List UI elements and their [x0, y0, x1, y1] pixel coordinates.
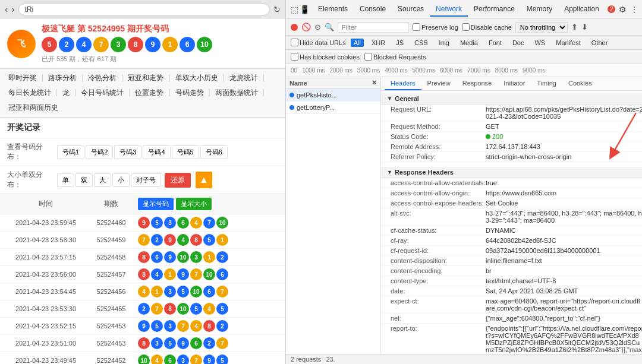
filter-font-btn[interactable]: Font [486, 39, 505, 47]
size-filter-btn[interactable]: 大 [94, 173, 111, 187]
detail-key: content-disposition: [391, 257, 486, 264]
detail-val-status: 200 [486, 133, 642, 140]
row-ball: 9 [138, 320, 150, 332]
nav-item[interactable]: 龙虎统计 [226, 71, 262, 85]
preserve-log-checkbox[interactable] [413, 23, 420, 31]
nav-item[interactable]: 冷热分析 [84, 71, 120, 85]
table-row: 2021-04-23 23:54:45 52524456 41351067 [0, 283, 285, 300]
row-issue: 52524458 [84, 254, 138, 261]
row-time: 2021-04-23 23:53:30 [7, 305, 84, 312]
nav-item[interactable]: 冠亚和两面历史 [5, 101, 62, 115]
nav-item[interactable]: 冠亚和走势 [124, 71, 167, 85]
filter-input[interactable] [338, 22, 409, 33]
general-section-head[interactable]: General [381, 93, 642, 105]
filter-xhr-btn[interactable]: XHR [369, 39, 388, 47]
nav-item[interactable]: 单双大小历史 [172, 71, 222, 85]
browser-back[interactable]: ‹ [5, 4, 8, 15]
detail-key: content-type: [391, 277, 486, 284]
lottery-info: 极速飞艇 第 52524995 期开奖号码 52473891610 已开 535… [42, 24, 278, 64]
has-blocked-cookies-checkbox[interactable] [291, 53, 298, 61]
number-filter-btn[interactable]: 号码5 [172, 145, 199, 159]
nav-item[interactable]: 两面数据统计 [212, 86, 262, 100]
response-header-row: access-control-allow-origin: https://www… [381, 188, 642, 198]
size-filter-btn[interactable]: 双 [75, 173, 93, 187]
disable-cache-checkbox[interactable] [462, 23, 470, 31]
nav-item[interactable]: 位置走势 [131, 86, 167, 100]
search-icon[interactable]: 🔍 [325, 23, 334, 31]
browser-refresh[interactable]: ↻ [273, 5, 281, 14]
row-ball: 1 [164, 268, 176, 280]
nav-item[interactable]: 即时开奖 [5, 71, 40, 85]
devtools-tab-performance[interactable]: Performance [468, 2, 521, 17]
response-header-row: access-control-expose-headers: Set-Cooki… [381, 198, 642, 208]
blocked-requests-checkbox[interactable] [364, 53, 372, 61]
nav-item[interactable]: 路珠分析 [45, 71, 80, 85]
number-filter-btn[interactable]: 号码6 [200, 145, 228, 159]
filter-media-btn[interactable]: Media [457, 39, 481, 47]
export-icon[interactable]: ⬇ [581, 23, 588, 31]
nav-item[interactable]: 今日号码统计 [77, 86, 127, 100]
detail-val: {"max_age":604800,"report_to":"cf-nel"} [486, 315, 642, 322]
request-item[interactable]: getLotteryP... [286, 102, 380, 114]
number-filter-btn[interactable]: 号码2 [86, 145, 113, 159]
row-ball: 6 [190, 337, 202, 349]
filter-icon[interactable]: ⊙ [314, 23, 321, 31]
import-icon[interactable]: ⬆ [571, 23, 578, 31]
devtools-tab-console[interactable]: Console [354, 2, 392, 17]
size-filter-btn[interactable]: 小 [112, 173, 130, 187]
devtools-icon-inspect[interactable]: ⬚ [291, 5, 298, 14]
filter-doc-btn[interactable]: Doc [509, 39, 527, 47]
row-ball: 5 [151, 320, 163, 332]
devtools-more-icon[interactable]: ⋮ [630, 5, 638, 14]
clear-icon[interactable]: 🚫 [301, 23, 311, 31]
general-detail-row: Request Method: GET [381, 122, 642, 132]
close-filter-icon[interactable]: ✕ [372, 79, 377, 87]
devtools-tab-network[interactable]: Network [430, 2, 468, 17]
record-button[interactable] [291, 24, 298, 31]
details-tab-response[interactable]: Response [457, 77, 498, 90]
throttle-select[interactable]: No throttling [515, 22, 568, 33]
scroll-up-button[interactable]: ▲ [196, 172, 212, 188]
filter-css-btn[interactable]: CSS [411, 39, 431, 47]
return-button[interactable]: 还原 [165, 173, 191, 188]
size-filter-btn[interactable]: 单 [57, 173, 74, 187]
response-headers-head[interactable]: Response Headers [381, 167, 642, 178]
devtools-tab-elements[interactable]: Elements [312, 2, 354, 17]
detail-val: https://www.dsn665.com [486, 189, 642, 197]
details-tabs-bar: HeadersPreviewResponseInitiatorTimingCoo… [381, 77, 642, 91]
number-filter-btn[interactable]: 号码3 [114, 145, 141, 159]
detail-val: br [486, 267, 642, 274]
details-tab-initiator[interactable]: Initiator [498, 77, 531, 90]
filter-img-btn[interactable]: Img [436, 39, 452, 47]
col-time: 时间 [7, 199, 84, 209]
hide-data-urls-checkbox[interactable] [291, 39, 298, 46]
details-tab-headers[interactable]: Headers [385, 77, 421, 90]
nav-item[interactable]: 龙 [59, 86, 73, 100]
filter-other-btn[interactable]: Other [588, 39, 611, 47]
filter-all-btn[interactable]: All [351, 39, 364, 47]
browser-fwd[interactable]: › [11, 4, 14, 15]
devtools-settings-icon[interactable]: ⚙ [619, 5, 627, 14]
nav-item[interactable]: 号码走势 [172, 86, 207, 100]
devtools-icon-mobile[interactable]: 📱 [300, 5, 310, 14]
timeline-label: 7000 ms [465, 67, 492, 74]
devtools-tab-sources[interactable]: Sources [392, 2, 430, 17]
devtools-tab-application[interactable]: Application [558, 2, 605, 17]
request-item[interactable]: getPksHisto... [286, 89, 380, 102]
details-tab-timing[interactable]: Timing [531, 77, 562, 90]
details-tab-preview[interactable]: Preview [421, 77, 457, 90]
show-nums-button[interactable]: 显示号码 [138, 198, 174, 210]
number-filter-btn[interactable]: 号码4 [143, 145, 170, 159]
filter-ws-btn[interactable]: WS [531, 39, 548, 47]
devtools-tab-memory[interactable]: Memory [521, 2, 558, 17]
show-size-button[interactable]: 显示大小 [176, 198, 212, 210]
row-ball: 10 [190, 286, 202, 297]
filter-js-btn[interactable]: JS [393, 39, 407, 47]
size-filter-btn[interactable]: 对子号 [131, 173, 161, 187]
detail-val: DYNAMIC [486, 227, 642, 234]
filter-manifest-btn[interactable]: Manifest [553, 39, 584, 47]
number-filter-btn[interactable]: 号码1 [57, 145, 84, 159]
details-tab-cookies[interactable]: Cookies [562, 77, 598, 90]
browser-url-bar[interactable]: tRi [18, 4, 270, 15]
nav-item[interactable]: 每日长龙统计 [5, 86, 55, 100]
